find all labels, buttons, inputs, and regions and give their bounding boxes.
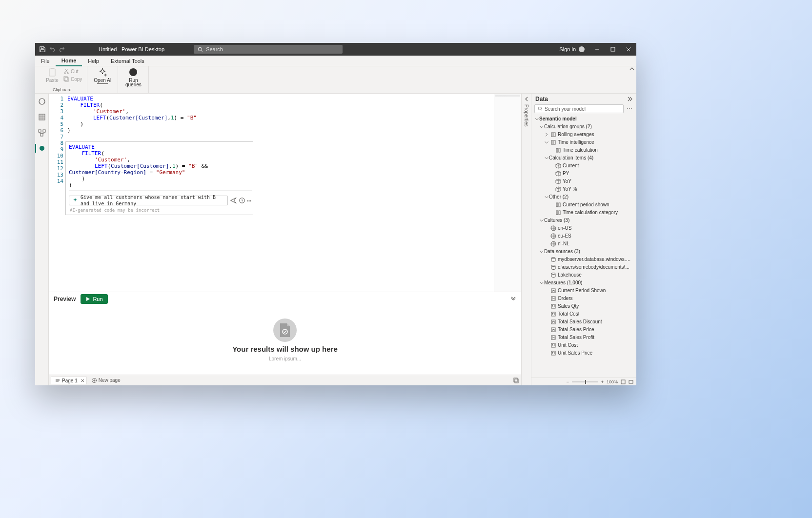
save-icon[interactable] [39, 46, 46, 53]
tree-row[interactable]: Total Sales Price [531, 326, 636, 334]
data-search-input[interactable]: Search your model [534, 104, 624, 113]
calc-icon [550, 139, 556, 145]
history-icon[interactable] [239, 197, 245, 204]
zoom-plus[interactable]: + [601, 379, 604, 384]
model-view-icon[interactable] [38, 129, 46, 137]
new-page-button[interactable]: New page [89, 378, 123, 383]
report-view-icon[interactable] [38, 98, 46, 105]
cut-button[interactable]: Cut [63, 67, 82, 75]
copy-button[interactable]: Copy [63, 75, 82, 83]
tree-row[interactable]: Total Sales Profit [531, 334, 636, 341]
tree-row[interactable]: Current period shown [531, 201, 636, 209]
minimap[interactable] [494, 94, 521, 292]
code-editor[interactable]: 1234567891011121314 EVALUATE FILTER( 'Cu… [49, 94, 521, 292]
data-tree[interactable]: Semantic modelCalculation groups (2)Roll… [531, 115, 636, 378]
tab-file[interactable]: File [35, 56, 56, 66]
tree-row[interactable]: nl-NL [531, 240, 636, 248]
zoom-slider[interactable] [572, 381, 598, 382]
tree-row[interactable]: Unit Sales Price [531, 349, 636, 357]
tree-row[interactable]: PY [531, 170, 636, 178]
open-ai-button[interactable]: Open AI [92, 67, 113, 83]
collapse-preview-icon[interactable] [510, 296, 516, 302]
send-icon[interactable] [230, 197, 237, 204]
expand-pane-icon[interactable] [627, 97, 632, 101]
svg-point-34 [551, 273, 555, 275]
data-view-icon[interactable] [38, 113, 46, 121]
workspace: 1234567891011121314 EVALUATE FILTER( 'Cu… [35, 94, 636, 385]
tree-row[interactable]: Calculation groups (2) [531, 123, 636, 131]
properties-label: Properties [524, 104, 529, 127]
tree-row[interactable]: Total Cost [531, 310, 636, 318]
m-icon [550, 319, 556, 325]
title-search-placeholder: Search [206, 46, 223, 52]
tree-row[interactable]: Calculation items (4) [531, 154, 636, 162]
svg-rect-24 [559, 148, 560, 152]
data-more-icon[interactable]: ⋯ [626, 105, 633, 112]
tab-external-tools[interactable]: External Tools [105, 56, 150, 66]
svg-rect-7 [64, 77, 67, 80]
tree-row[interactable]: Total Sales Discount [531, 318, 636, 326]
tree-row[interactable]: Current [531, 162, 636, 170]
tree-row[interactable]: Measures (1,000) [531, 279, 636, 287]
tree-row[interactable]: YoY [531, 178, 636, 185]
tree-row[interactable]: Cultures (3) [531, 217, 636, 224]
tree-row[interactable]: Lakehouse [531, 271, 636, 279]
tree-row[interactable]: c:\users\somebody\documents\... [531, 263, 636, 271]
run-icon [128, 67, 138, 77]
tree-row[interactable]: Orders [531, 295, 636, 302]
pages-copy-icon[interactable] [513, 378, 519, 383]
preview-label: Preview [54, 296, 76, 302]
zoom-minus[interactable]: − [566, 379, 568, 384]
dax-view-icon[interactable] [38, 144, 46, 152]
run-queries-button[interactable]: Run queries [123, 67, 143, 87]
tree-row[interactable]: Sales Qty [531, 302, 636, 310]
ai-prompt-input[interactable]: Give me all customers whose names start … [69, 196, 228, 205]
sign-in-button[interactable]: Sign in [559, 46, 589, 52]
tree-row[interactable]: Other (2) [531, 193, 636, 201]
results-title: Your results will show up here [232, 345, 338, 353]
paste-button[interactable]: Paste [42, 67, 62, 83]
tree-row[interactable]: mydbserver.database.windows.net;MyData..… [531, 256, 636, 263]
undo-icon[interactable] [49, 46, 56, 53]
close-tab-icon[interactable]: ✕ [81, 378, 84, 383]
tab-help[interactable]: Help [82, 56, 105, 66]
code-content[interactable]: EVALUATE FILTER( 'Customer', LEFT(Custom… [66, 94, 494, 292]
title-search[interactable]: Search [194, 45, 343, 54]
redo-icon[interactable] [59, 46, 65, 53]
svg-rect-25 [556, 203, 558, 207]
clipboard-group-label: Clipboard [53, 87, 72, 93]
fit-width-icon[interactable] [629, 379, 633, 384]
tree-row[interactable]: Rolling averages [531, 131, 636, 139]
tree-row[interactable]: en-US [531, 224, 636, 232]
m-icon [550, 311, 556, 317]
titlebar: Untitled - Power BI Desktop Search Sign … [35, 43, 636, 56]
zoom-percent: 100% [607, 379, 618, 384]
tree-row[interactable]: Time calculation [531, 146, 636, 154]
ai-prompt-text: Give me all customers whose names start … [81, 194, 224, 207]
minimize-button[interactable] [589, 43, 605, 56]
run-button[interactable]: Run [81, 294, 107, 304]
properties-pane[interactable]: Properties [521, 94, 531, 385]
tree-row[interactable]: Data sources (3) [531, 248, 636, 256]
close-button[interactable] [621, 43, 636, 56]
m-icon [550, 342, 556, 348]
tree-row[interactable]: Semantic model [531, 115, 636, 123]
svg-rect-3 [51, 68, 54, 69]
tree-row[interactable]: Time calculation category [531, 209, 636, 217]
fit-page-icon[interactable] [621, 379, 626, 384]
sparkle-icon [98, 67, 107, 77]
tree-row[interactable]: Unit Cost [531, 341, 636, 349]
col-icon [555, 202, 561, 208]
collapse-ribbon-icon[interactable] [629, 66, 634, 71]
chevron-left-icon[interactable] [524, 97, 529, 101]
preview-header: Preview Run [49, 292, 521, 305]
tree-row[interactable]: eu-ES [531, 232, 636, 240]
page-tab-1[interactable]: Page 1 ✕ [51, 377, 87, 384]
tab-home[interactable]: Home [56, 56, 82, 66]
maximize-button[interactable] [605, 43, 621, 56]
tree-row[interactable]: Current Period Shown [531, 287, 636, 295]
tree-row[interactable]: Time intelligence [531, 139, 636, 146]
ai-disclaimer: AI-generated code may be incorrect [69, 207, 252, 214]
more-icon[interactable]: ⋯ [247, 198, 252, 204]
tree-row[interactable]: YoY % [531, 185, 636, 193]
